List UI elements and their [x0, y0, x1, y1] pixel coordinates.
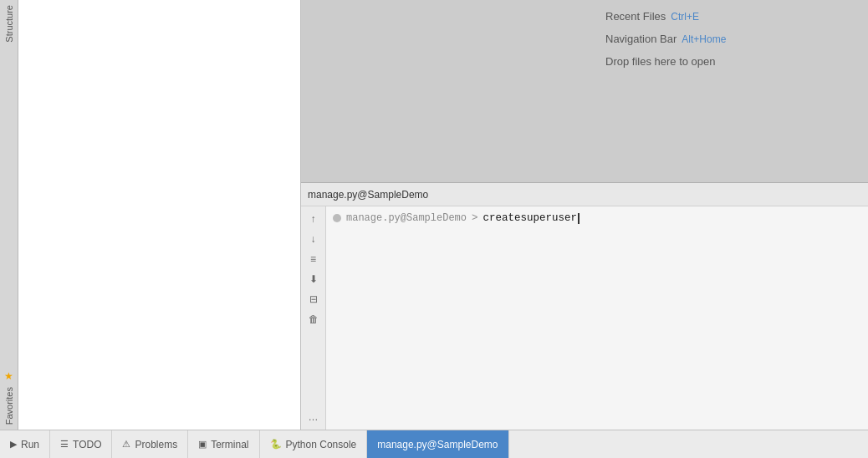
drop-files-label: Drop files here to open: [605, 55, 716, 68]
run-icon: ▶: [10, 439, 17, 450]
terminal-title-bar: manage.py@SampleDemo: [301, 183, 868, 206]
terminal-inner: ↑ ↓ ≡ ⬇ ⊟ 🗑 … manage.py@SampleDemo: [301, 206, 868, 430]
tab-terminal[interactable]: ▣ Terminal: [188, 430, 259, 458]
terminal-prompt-line: manage.py@SampleDemo > createsuperuser: [333, 212, 861, 224]
terminal-body[interactable]: manage.py@SampleDemo > createsuperuser: [326, 206, 868, 430]
tab-python-console[interactable]: 🐍 Python Console: [260, 430, 368, 458]
tab-run-label: Run: [21, 439, 39, 450]
status-bar: ▶ Run ☰ TODO ⚠ Problems ▣ Terminal 🐍 Pyt…: [0, 430, 868, 458]
problems-icon: ⚠: [122, 439, 130, 450]
tab-todo[interactable]: ☰ TODO: [50, 430, 112, 458]
delete-button[interactable]: 🗑: [304, 310, 323, 328]
cursor: [578, 213, 580, 224]
prompt-path: manage.py@SampleDemo: [346, 212, 467, 224]
info-panel: Recent Files Ctrl+E Navigation Bar Alt+H…: [592, 0, 868, 78]
prompt-dot-icon: [333, 214, 341, 222]
print-button[interactable]: ⊟: [304, 290, 323, 308]
tab-manage[interactable]: manage.py@SampleDemo: [367, 430, 508, 458]
app-window: Structure ★ Favorites Recent Files Ctrl+…: [0, 0, 868, 458]
recent-files-item: Recent Files Ctrl+E: [605, 10, 855, 23]
center-area: Recent Files Ctrl+E Navigation Bar Alt+H…: [301, 0, 868, 430]
sidebar-favorites-label[interactable]: Favorites: [4, 382, 14, 430]
tab-todo-label: TODO: [73, 439, 101, 450]
terminal-icon: ▣: [198, 439, 207, 450]
prompt-arrow: >: [472, 212, 478, 224]
recent-files-label: Recent Files: [605, 10, 666, 23]
favorites-star-icon: ★: [4, 370, 13, 382]
terminal-tab-title: manage.py@SampleDemo: [308, 189, 428, 201]
prompt-command: createsuperuser: [483, 212, 578, 224]
align-button[interactable]: ≡: [304, 250, 323, 268]
sidebar-structure-label[interactable]: Structure: [4, 0, 14, 48]
tab-python-console-label: Python Console: [286, 439, 357, 450]
navigation-bar-item: Navigation Bar Alt+Home: [605, 33, 855, 45]
recent-files-shortcut: Ctrl+E: [671, 11, 699, 23]
drop-files-item: Drop files here to open: [605, 55, 855, 68]
tab-problems-label: Problems: [135, 439, 177, 450]
navigation-bar-shortcut: Alt+Home: [682, 33, 726, 45]
down-arrow-button[interactable]: ↓: [304, 230, 323, 248]
tab-problems[interactable]: ⚠ Problems: [112, 430, 188, 458]
terminal-toolbar: ↑ ↓ ≡ ⬇ ⊟ 🗑 …: [301, 206, 326, 430]
terminal-panel: manage.py@SampleDemo ↑ ↓ ≡ ⬇ ⊟ 🗑 …: [301, 182, 868, 430]
main-content: Structure ★ Favorites Recent Files Ctrl+…: [0, 0, 868, 430]
sidebar-strip: Structure ★ Favorites: [0, 0, 18, 430]
file-tree-panel: [18, 0, 301, 430]
tab-run[interactable]: ▶ Run: [0, 430, 50, 458]
todo-icon: ☰: [60, 439, 69, 450]
python-console-icon: 🐍: [270, 439, 282, 450]
more-button[interactable]: …: [304, 408, 323, 426]
sort-button[interactable]: ⬇: [304, 270, 323, 288]
up-arrow-button[interactable]: ↑: [304, 210, 323, 228]
navigation-bar-label: Navigation Bar: [605, 33, 677, 45]
tab-manage-label: manage.py@SampleDemo: [377, 439, 498, 450]
tab-terminal-label: Terminal: [211, 439, 248, 450]
editor-area: Recent Files Ctrl+E Navigation Bar Alt+H…: [301, 0, 868, 182]
